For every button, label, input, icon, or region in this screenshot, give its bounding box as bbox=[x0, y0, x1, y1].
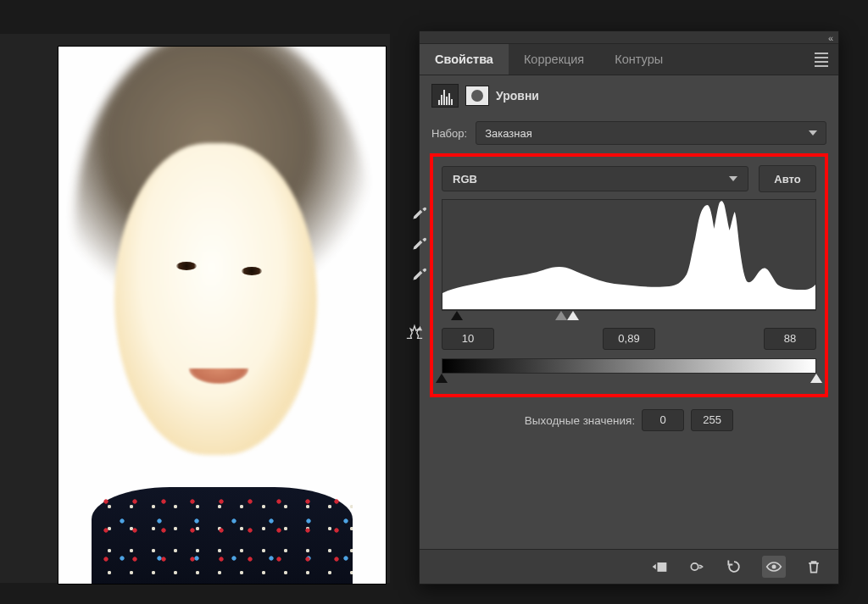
output-gradient[interactable] bbox=[442, 358, 816, 374]
highlight-slider[interactable] bbox=[567, 311, 579, 320]
channel-select[interactable]: RGB bbox=[442, 166, 748, 191]
output-low-input[interactable]: 0 bbox=[642, 409, 684, 431]
tab-properties[interactable]: Свойства bbox=[420, 44, 509, 75]
reset-icon[interactable] bbox=[725, 558, 743, 575]
output-sliders[interactable] bbox=[442, 374, 816, 385]
eyedropper-black-icon[interactable] bbox=[411, 204, 428, 221]
levels-highlight-region: RGB Авто bbox=[430, 153, 828, 397]
chevron-down-icon bbox=[729, 176, 737, 181]
preset-value: Заказная bbox=[485, 127, 532, 140]
shadow-input[interactable]: 10 bbox=[442, 328, 494, 350]
preset-row: Набор: Заказная bbox=[420, 116, 838, 150]
panel-footer bbox=[420, 549, 838, 584]
levels-icon[interactable] bbox=[431, 84, 459, 108]
tab-contours[interactable]: Контуры bbox=[599, 44, 678, 75]
panel-menu-icon[interactable] bbox=[815, 53, 828, 67]
document-canvas[interactable] bbox=[58, 46, 387, 585]
highlight-input[interactable]: 88 bbox=[764, 328, 816, 350]
channel-value: RGB bbox=[453, 173, 477, 186]
output-values-row: Выходные значения: 0 255 bbox=[420, 409, 838, 431]
svg-text:!: ! bbox=[421, 326, 422, 330]
adjustment-title: Уровни bbox=[496, 89, 539, 103]
layer-mask-icon[interactable] bbox=[465, 86, 489, 106]
collapse-icon[interactable]: « bbox=[828, 33, 833, 43]
panel-tabs: Свойства Коррекция Контуры bbox=[420, 44, 838, 75]
photo-face-region bbox=[114, 143, 317, 455]
eyedropper-white-icon[interactable] bbox=[411, 265, 428, 282]
panel-titlebar[interactable]: « bbox=[420, 31, 838, 44]
adjustment-header: Уровни bbox=[420, 75, 838, 116]
visibility-icon[interactable] bbox=[762, 556, 786, 578]
photo-eye-left bbox=[176, 262, 197, 270]
tab-correction[interactable]: Коррекция bbox=[509, 44, 599, 75]
histogram-shape bbox=[442, 201, 815, 309]
eyedropper-group bbox=[411, 199, 438, 282]
svg-point-2 bbox=[691, 563, 698, 570]
histogram[interactable] bbox=[442, 199, 816, 311]
photo-eye-right bbox=[242, 267, 262, 275]
preset-select[interactable]: Заказная bbox=[476, 121, 826, 145]
output-label: Выходные значения: bbox=[525, 414, 635, 427]
photo-dress bbox=[92, 487, 353, 585]
midtone-slider[interactable] bbox=[555, 311, 567, 320]
output-high-input[interactable]: 255 bbox=[691, 409, 733, 431]
shadow-slider[interactable] bbox=[451, 311, 463, 320]
midtone-input[interactable]: 0,89 bbox=[603, 328, 655, 350]
chevron-down-icon bbox=[809, 130, 817, 136]
preset-label: Набор: bbox=[431, 127, 467, 140]
trash-icon[interactable] bbox=[804, 558, 823, 575]
view-previous-icon[interactable] bbox=[687, 558, 706, 575]
clip-to-layer-icon[interactable] bbox=[650, 558, 669, 575]
output-low-slider[interactable] bbox=[436, 374, 448, 383]
properties-panel: « Свойства Коррекция Контуры Уровни Набо… bbox=[419, 30, 839, 585]
eyedropper-gray-icon[interactable] bbox=[411, 235, 428, 252]
output-high-slider[interactable] bbox=[810, 374, 822, 383]
auto-button[interactable]: Авто bbox=[759, 165, 816, 192]
svg-point-3 bbox=[772, 565, 776, 569]
clipping-warning-icon[interactable]: ! bbox=[404, 323, 425, 344]
svg-rect-1 bbox=[658, 562, 667, 572]
input-sliders[interactable] bbox=[442, 311, 816, 323]
